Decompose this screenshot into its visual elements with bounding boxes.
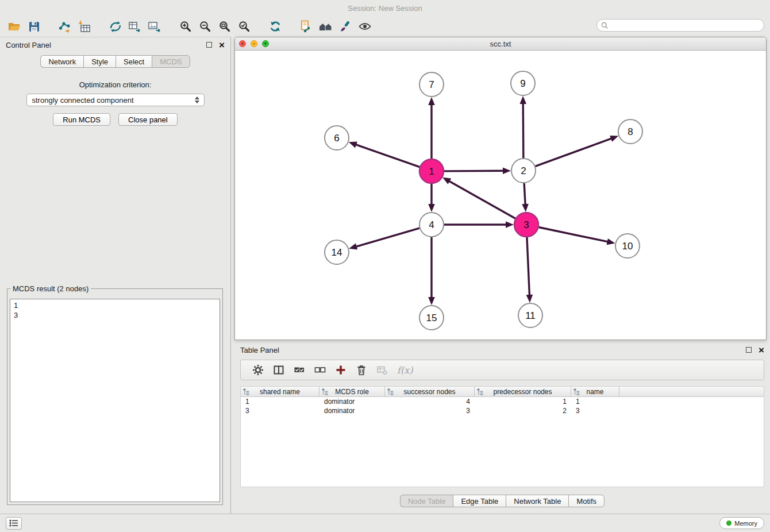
- window-titlebar[interactable]: Session: New Session: [0, 0, 770, 16]
- column-header-shared-name[interactable]: shared name: [241, 387, 319, 397]
- graph-edge-2-9[interactable]: [523, 102, 523, 158]
- search-box[interactable]: [596, 19, 764, 32]
- float-table-panel-icon[interactable]: [746, 347, 752, 353]
- minimize-window-icon[interactable]: −: [251, 40, 257, 47]
- graph-edge-1-6[interactable]: [355, 144, 419, 167]
- table-cell[interactable]: 3: [385, 407, 475, 415]
- copy-document-button[interactable]: [297, 17, 316, 36]
- close-window-icon[interactable]: ×: [239, 40, 246, 47]
- houses-icon: [318, 21, 333, 32]
- close-table-panel-icon[interactable]: ×: [759, 345, 764, 355]
- columns-button[interactable]: [268, 361, 289, 379]
- trash-icon: [356, 364, 367, 376]
- clone-network-icon: [109, 20, 122, 33]
- graph-edge-3-11[interactable]: [527, 237, 530, 296]
- table-row[interactable]: 3dominator323: [241, 406, 764, 415]
- float-panel-icon[interactable]: [206, 42, 212, 48]
- open-folder-button[interactable]: [5, 17, 24, 36]
- table-cell[interactable]: dominator: [319, 398, 385, 406]
- tab-motifs[interactable]: Motifs: [568, 495, 605, 507]
- column-header-mcds-role[interactable]: MCDS role: [319, 387, 385, 397]
- graph-node-label: 15: [426, 313, 437, 323]
- graph-node-label: 1: [429, 166, 434, 177]
- table-cell[interactable]: 3: [241, 407, 319, 415]
- graph-edge-3-10[interactable]: [539, 228, 609, 242]
- tab-network[interactable]: Network: [40, 55, 83, 68]
- houses-button[interactable]: [316, 17, 336, 36]
- import-network-button[interactable]: [55, 17, 75, 36]
- panel-toggle-button[interactable]: [6, 517, 22, 530]
- network-from-table-button[interactable]: [125, 17, 145, 36]
- run-mcds-button[interactable]: Run MCDS: [53, 113, 110, 126]
- zoom-fit-button[interactable]: [215, 17, 234, 36]
- graph-edge-4-14[interactable]: [355, 228, 419, 247]
- tab-edge-table[interactable]: Edge Table: [453, 495, 506, 507]
- graph-edge-3-1[interactable]: [448, 180, 515, 218]
- criterion-dropdown[interactable]: strongly connected component: [26, 94, 205, 106]
- table-panel-header: Table Panel ×: [234, 342, 770, 357]
- add-row-button[interactable]: [330, 361, 351, 379]
- table-cell[interactable]: 1: [241, 398, 319, 406]
- export-image-button[interactable]: [145, 17, 164, 36]
- gear-button[interactable]: [248, 361, 268, 379]
- network-window-titlebar[interactable]: scc.txt × − +: [235, 37, 766, 51]
- column-header-predecessor-nodes[interactable]: predecessor nodes: [475, 387, 571, 397]
- search-input[interactable]: [611, 21, 764, 29]
- copy-document-icon: [299, 20, 313, 33]
- control-panel-header: Control Panel ×: [0, 37, 230, 52]
- sort-icon: [477, 388, 483, 398]
- add-row-icon: [335, 364, 346, 376]
- column-header-name[interactable]: name: [571, 387, 619, 397]
- graph-edge-2-8[interactable]: [536, 138, 613, 166]
- table-header-row: shared nameMCDS rolesuccessor nodesprede…: [241, 387, 764, 397]
- close-panel-button[interactable]: Close panel: [118, 113, 178, 126]
- maximize-window-icon[interactable]: +: [262, 40, 269, 47]
- tab-node-table[interactable]: Node Table: [400, 495, 453, 507]
- network-canvas[interactable]: 7968124314101511: [235, 51, 766, 340]
- column-header-label: MCDS role: [319, 388, 384, 396]
- column-header-label: successor nodes: [385, 388, 474, 396]
- tab-mcds[interactable]: MCDS: [152, 55, 190, 68]
- table-panel: Table Panel × f(x) shared nameMCDS roles…: [234, 342, 770, 512]
- table-cell[interactable]: 4: [385, 398, 475, 406]
- style-brush-button[interactable]: [336, 17, 355, 36]
- mcds-result-text[interactable]: 1 3: [10, 299, 220, 502]
- list-icon: [9, 519, 18, 527]
- eye-button[interactable]: [355, 17, 375, 36]
- memory-button[interactable]: Memory: [719, 517, 764, 529]
- fx-function-icon[interactable]: f(x): [397, 365, 413, 376]
- graph-node-label: 6: [334, 133, 339, 144]
- trash-button[interactable]: [351, 361, 372, 379]
- clone-network-button[interactable]: [106, 17, 125, 36]
- save-button[interactable]: [24, 17, 44, 36]
- graph-node-label: 10: [622, 241, 633, 252]
- tab-select[interactable]: Select: [116, 55, 152, 68]
- table-cell[interactable]: 3: [571, 407, 619, 415]
- zoom-out-button[interactable]: [195, 17, 215, 36]
- table-cell[interactable]: 1: [571, 398, 619, 406]
- refresh-layout-button[interactable]: [265, 17, 285, 36]
- deselect-all-button[interactable]: [310, 361, 330, 379]
- eye-icon: [358, 21, 372, 32]
- zoom-selected-button[interactable]: [234, 17, 254, 36]
- import-table-button[interactable]: [75, 17, 94, 36]
- close-control-panel-icon[interactable]: ×: [219, 40, 225, 50]
- table-row[interactable]: 1dominator411: [241, 397, 764, 406]
- zoom-selected-icon: [238, 20, 251, 33]
- zoom-in-button[interactable]: [176, 17, 195, 36]
- graph-edge-1-2[interactable]: [444, 171, 505, 171]
- tab-network-table[interactable]: Network Table: [506, 495, 568, 507]
- memory-status-dot: [726, 521, 732, 526]
- tab-style[interactable]: Style: [83, 55, 116, 68]
- criterion-dropdown-value: strongly connected component: [32, 96, 134, 105]
- table-cell[interactable]: 1: [475, 398, 571, 406]
- column-header-successor-nodes[interactable]: successor nodes: [385, 387, 475, 397]
- open-folder-icon: [7, 21, 21, 33]
- table-cell[interactable]: dominator: [319, 407, 385, 415]
- graph-edge-arrowhead: [349, 141, 357, 148]
- graph-edge-2-3[interactable]: [524, 183, 525, 206]
- graph-edge-arrowhead: [349, 243, 357, 249]
- status-bar: Memory: [0, 514, 770, 532]
- table-cell[interactable]: 2: [475, 407, 571, 415]
- select-all-button[interactable]: [289, 361, 310, 379]
